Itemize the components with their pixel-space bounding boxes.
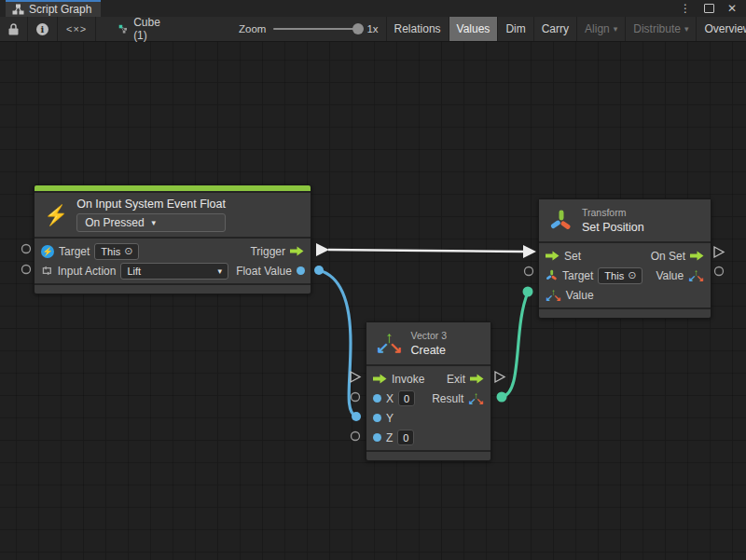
setposition-category: Transform: [582, 207, 644, 218]
event-mode-dropdown[interactable]: On Pressed ▾: [76, 213, 226, 232]
setposition-flow-row: Set On Set: [539, 246, 711, 266]
vector3-category: Vector 3: [411, 330, 448, 341]
exit-outer-port[interactable]: [495, 372, 504, 382]
invoke-flow-port[interactable]: [373, 374, 387, 384]
vector3-port-icon[interactable]: ↑↙↘: [468, 393, 484, 403]
value-out-outer-port[interactable]: [715, 267, 724, 276]
event-target-outer-port[interactable]: [22, 245, 31, 253]
maximize-icon[interactable]: [704, 4, 714, 13]
setposition-node-header[interactable]: Transform Set Position: [539, 199, 711, 241]
exit-flow-port[interactable]: [470, 374, 484, 384]
event-target-object-chip[interactable]: This ⊙: [94, 243, 139, 260]
vector3-node-header[interactable]: ↑↙↘ Vector 3 Create: [366, 322, 490, 364]
onset-outer-port[interactable]: [714, 247, 724, 257]
set-label: Set: [564, 250, 581, 263]
on-set-flow-port[interactable]: [690, 251, 704, 261]
values-button[interactable]: Values: [449, 17, 499, 41]
vector3-flow-row: Invoke Exit: [366, 369, 490, 389]
event-inputaction-outer-port[interactable]: [22, 266, 31, 274]
menu-kebab-icon[interactable]: ⋮: [680, 3, 691, 14]
trigger-port-arrow[interactable]: [316, 243, 329, 256]
zoom-slider-handle[interactable]: [352, 23, 364, 34]
fit-icon: <×>: [66, 23, 87, 34]
chevron-down-icon: ▾: [614, 24, 618, 34]
event-node-footer: [35, 285, 311, 294]
event-accent-bar: [35, 185, 311, 191]
target-picker-icon: ⊙: [124, 245, 132, 257]
result-port-dot[interactable]: [497, 392, 507, 403]
graph-canvas[interactable]: ⚡ On Input System Event Float On Pressed…: [0, 0, 746, 560]
graph-reference[interactable]: Cube (1): [107, 17, 175, 41]
fit-window-button[interactable]: <×>: [58, 17, 96, 41]
y-port[interactable]: [373, 414, 381, 422]
vector3-icon: ↑↙↘: [376, 334, 403, 353]
window-controls: ⋮ ✕: [680, 0, 746, 17]
zoom-label: Zoom: [239, 23, 266, 34]
on-set-label: On Set: [651, 250, 685, 263]
event-node-header[interactable]: ⚡ On Input System Event Float On Pressed…: [35, 193, 311, 237]
transform-small-icon: [546, 269, 558, 281]
event-node-title: On Input System Event Float: [76, 198, 226, 211]
vector3-z-row: Z 0: [366, 428, 490, 447]
setposition-target-outer-port[interactable]: [525, 267, 533, 276]
distribute-button[interactable]: Distribute▾: [626, 17, 697, 41]
float-value-port-dot[interactable]: [314, 266, 324, 275]
result-label: Result: [432, 392, 463, 405]
set-flow-port[interactable]: [546, 251, 560, 261]
vector3-port-icon[interactable]: ↑↙↘: [546, 290, 561, 300]
info-icon: i: [36, 23, 48, 35]
setposition-title: Set Position: [582, 221, 644, 234]
zoom-slider[interactable]: [273, 28, 359, 30]
tab-script-graph[interactable]: Script Graph: [6, 0, 101, 17]
lightning-icon: ⚡: [44, 205, 68, 225]
trigger-label: Trigger: [250, 245, 285, 258]
transform-icon: [548, 208, 573, 233]
event-target-row: ⚡ Target This ⊙ Trigger: [35, 241, 311, 261]
wire-floatvalue-to-y[interactable]: [314, 266, 361, 421]
tab-label: Script Graph: [29, 3, 91, 16]
input-action-label: Input Action: [58, 265, 117, 278]
value-in-port-dot[interactable]: [523, 287, 533, 297]
set-port-arrow[interactable]: [523, 245, 536, 258]
z-outer-port[interactable]: [352, 432, 360, 441]
graph-ref-label: Cube (1): [133, 16, 164, 42]
x-value-field[interactable]: 0: [398, 390, 415, 406]
setposition-node-footer: [539, 309, 711, 318]
x-outer-port[interactable]: [352, 393, 360, 402]
carry-button[interactable]: Carry: [534, 17, 577, 41]
invoke-outer-port[interactable]: [351, 372, 360, 382]
y-label: Y: [386, 412, 394, 425]
z-port[interactable]: [373, 433, 381, 442]
wire-trigger-to-set[interactable]: [316, 243, 536, 258]
info-button[interactable]: i: [28, 17, 58, 41]
setposition-target-row: Target This ⊙ Value ↑↙↘: [539, 266, 711, 285]
graph-asset-icon: [118, 22, 128, 35]
trigger-flow-port[interactable]: [290, 246, 304, 256]
align-button[interactable]: Align▾: [577, 17, 626, 41]
event-node-body: ⚡ Target This ⊙ Trigger: [35, 239, 311, 283]
node-set-position[interactable]: Transform Set Position Set On Set: [538, 198, 711, 319]
tab-bar: Script Graph ⋮ ✕: [0, 0, 746, 17]
dim-button[interactable]: Dim: [498, 17, 533, 41]
node-on-input-system-event-float[interactable]: ⚡ On Input System Event Float On Pressed…: [34, 184, 311, 294]
y-port-dot[interactable]: [352, 412, 361, 421]
input-action-dropdown[interactable]: Lift ▾: [120, 263, 228, 280]
setposition-target-chip[interactable]: This ⊙: [598, 267, 642, 284]
vector3-node-body: Invoke Exit X 0 Result ↑↙↘: [366, 366, 490, 450]
toolbar-toggles: Relations Values Dim Carry Align▾ Distri…: [386, 17, 746, 41]
z-value-field[interactable]: 0: [397, 430, 414, 445]
relations-button[interactable]: Relations: [386, 17, 449, 41]
node-vector3-create[interactable]: ↑↙↘ Vector 3 Create Invoke Exit: [366, 321, 491, 461]
x-port[interactable]: [373, 394, 381, 403]
target-picker-icon: ⊙: [628, 269, 636, 281]
chevron-down-icon: ▾: [684, 24, 689, 34]
event-inputaction-row: Input Action Lift ▾ Float Value: [35, 261, 311, 280]
wire-result-to-value[interactable]: [497, 287, 533, 403]
lock-icon: [8, 23, 19, 35]
lock-button[interactable]: [0, 17, 28, 41]
float-value-port[interactable]: [297, 266, 305, 275]
vector3-port-icon[interactable]: ↑↙↘: [688, 270, 704, 280]
chevron-down-icon: ▾: [152, 218, 157, 227]
overview-button[interactable]: Overview: [697, 17, 746, 41]
close-icon[interactable]: ✕: [727, 3, 737, 14]
